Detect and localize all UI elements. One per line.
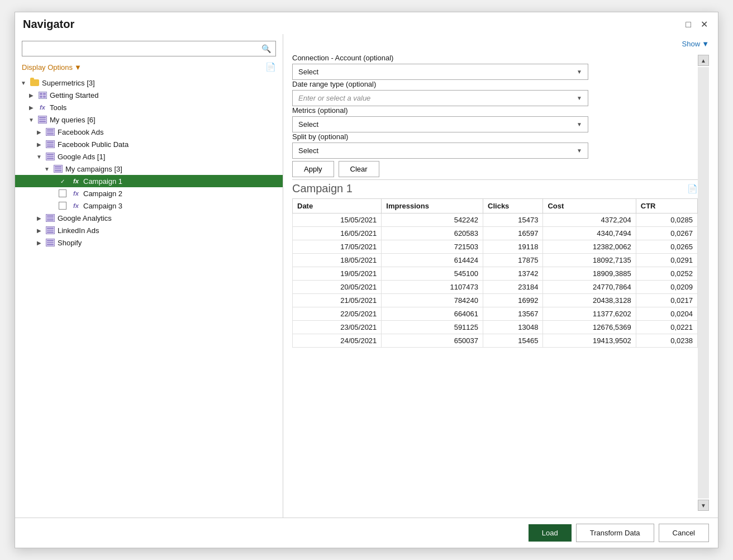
table-row: 15/05/2021542242154734372,2040,0285 xyxy=(293,213,698,227)
display-options-link[interactable]: Display Options ▼ xyxy=(22,63,82,72)
load-button[interactable]: Load xyxy=(529,524,572,542)
table2-icon xyxy=(45,238,55,247)
chevron-icon xyxy=(51,177,59,185)
show-button[interactable]: Show ▼ xyxy=(682,40,709,48)
close-button[interactable]: ✕ xyxy=(698,18,710,31)
table-row: 19/05/20215451001374218909,38850,0252 xyxy=(293,267,698,281)
chevron-icon: ▶ xyxy=(35,239,43,246)
clear-button[interactable]: Clear xyxy=(339,161,379,177)
connection-value: Select xyxy=(298,68,318,76)
tree-item-label: Campaign 3 xyxy=(83,202,122,210)
left-panel: 🔍 Display Options ▼ 📄 ▼ Supermetrics [3] xyxy=(15,34,283,518)
tree-item-my-queries[interactable]: ▼ My queries [6] xyxy=(15,113,283,126)
chevron-icon xyxy=(51,189,59,197)
preview-header: Campaign 1 📄 xyxy=(292,182,698,195)
table-cell: 620583 xyxy=(382,227,483,240)
tree-item-tools[interactable]: ▶ fx Tools xyxy=(15,101,283,113)
cancel-button[interactable]: Cancel xyxy=(659,524,709,542)
daterange-field-group: Date range type (optional) Enter or sele… xyxy=(292,80,698,106)
table-cell: 13567 xyxy=(483,307,543,321)
table-cell: 17/05/2021 xyxy=(293,240,382,254)
chevron-icon: ▶ xyxy=(35,214,43,222)
table-cell: 24770,7864 xyxy=(543,281,636,294)
splitby-select[interactable]: Select ▼ xyxy=(292,143,588,159)
tree-item-label: LinkedIn Ads xyxy=(58,226,99,235)
splitby-arrow: ▼ xyxy=(577,148,582,154)
display-options-chevron: ▼ xyxy=(74,63,82,72)
table-cell: 15473 xyxy=(483,213,543,227)
checkbox-campaign3[interactable] xyxy=(59,202,66,210)
table2-icon xyxy=(53,164,63,173)
table2-icon xyxy=(45,152,55,161)
apply-button[interactable]: Apply xyxy=(292,161,334,177)
transform-button[interactable]: Transform Data xyxy=(576,524,654,542)
tree-item-linkedin-ads[interactable]: ▶ LinkedIn Ads xyxy=(15,224,283,236)
table2-icon xyxy=(45,213,55,222)
tree-item-label: Facebook Public Data xyxy=(58,140,128,149)
checkbox-campaign2[interactable] xyxy=(59,189,66,197)
fx-icon: fx xyxy=(71,201,81,210)
tree-item-getting-started[interactable]: ▶ Getting Started xyxy=(15,89,283,101)
fx-icon: fx xyxy=(71,177,81,186)
splitby-value: Select xyxy=(298,146,318,155)
tree-item-label: Shopify xyxy=(58,239,82,247)
tree-area: ▼ Supermetrics [3] ▶ Getting Started ▶ f… xyxy=(15,75,283,513)
connection-select[interactable]: Select ▼ xyxy=(292,64,588,80)
tree-item-facebook-ads[interactable]: ▶ Facebook Ads xyxy=(15,126,283,138)
tree-item-campaign3[interactable]: fx Campaign 3 xyxy=(15,200,283,212)
chevron-icon xyxy=(51,202,59,210)
tree-item-facebook-public[interactable]: ▶ Facebook Public Data xyxy=(15,138,283,150)
connection-label: Connection - Account (optional) xyxy=(292,54,698,62)
tree-item-supermetrics[interactable]: ▼ Supermetrics [3] xyxy=(15,77,283,89)
tree-item-campaign2[interactable]: fx Campaign 2 xyxy=(15,187,283,200)
table-cell: 19118 xyxy=(483,240,543,254)
search-bar: 🔍 xyxy=(22,41,276,56)
export-icon-button[interactable]: 📄 xyxy=(265,62,276,72)
right-header: Show ▼ xyxy=(292,40,709,48)
table-row: 23/05/20215911251304812676,53690,0221 xyxy=(293,321,698,334)
scroll-up-arrow[interactable]: ▲ xyxy=(698,55,709,66)
daterange-select[interactable]: Enter or select a value ▼ xyxy=(292,90,588,106)
table-cell: 591125 xyxy=(382,321,483,334)
tree-item-shopify[interactable]: ▶ Shopify xyxy=(15,236,283,249)
table-cell: 0,0238 xyxy=(636,334,697,348)
navigator-window: Navigator □ ✕ 🔍 Display Options ▼ 📄 xyxy=(15,12,718,548)
tree-item-my-campaigns[interactable]: ▼ My campaigns [3] xyxy=(15,163,283,175)
scroll-down-arrow[interactable]: ▼ xyxy=(698,500,709,511)
minimize-button[interactable]: □ xyxy=(682,18,694,31)
table-cell: 0,0209 xyxy=(636,281,697,294)
checkbox-campaign1[interactable]: ✓ xyxy=(59,177,66,185)
col-clicks: Clicks xyxy=(483,199,543,213)
search-button[interactable]: 🔍 xyxy=(257,41,275,56)
table-cell: 15/05/2021 xyxy=(293,213,382,227)
table-cell: 13048 xyxy=(483,321,543,334)
metrics-select[interactable]: Select ▼ xyxy=(292,116,588,132)
table-row: 18/05/20216144241787518092,71350,0291 xyxy=(293,254,698,267)
tree-item-google-analytics[interactable]: ▶ Google Analytics xyxy=(15,212,283,224)
tree-item-campaign1[interactable]: ✓ fx Campaign 1 xyxy=(15,175,283,187)
tree-item-label: Campaign 2 xyxy=(83,189,122,198)
tree-item-google-ads[interactable]: ▼ Google Ads [1] xyxy=(15,150,283,163)
table-cell: 0,0285 xyxy=(636,213,697,227)
table-cell: 22/05/2021 xyxy=(293,307,382,321)
folder-icon xyxy=(30,78,40,87)
splitby-field-group: Split by (optional) Select ▼ xyxy=(292,132,698,159)
table-row: 20/05/202111074732318424770,78640,0209 xyxy=(293,281,698,294)
fx-icon: fx xyxy=(71,189,81,198)
table2-icon xyxy=(37,115,47,124)
search-input[interactable] xyxy=(22,42,257,56)
chevron-icon: ▼ xyxy=(35,153,43,160)
table-cell: 650037 xyxy=(382,334,483,348)
tree-item-label: My campaigns [3] xyxy=(65,165,122,173)
tree-item-label: My queries [6] xyxy=(50,116,96,124)
table-cell: 18092,7135 xyxy=(543,254,636,267)
action-buttons: Apply Clear xyxy=(292,161,698,177)
table-cell: 12382,0062 xyxy=(543,240,636,254)
chevron-icon: ▼ xyxy=(20,79,27,87)
scroll-arrows: ▲ ▼ xyxy=(698,54,709,512)
tree-item-label: Google Ads [1] xyxy=(58,153,105,161)
metrics-arrow: ▼ xyxy=(577,121,582,127)
preview-export-button[interactable]: 📄 xyxy=(687,184,698,194)
content-area: 🔍 Display Options ▼ 📄 ▼ Supermetrics [3] xyxy=(15,34,718,518)
table-cell: 21/05/2021 xyxy=(293,294,382,307)
